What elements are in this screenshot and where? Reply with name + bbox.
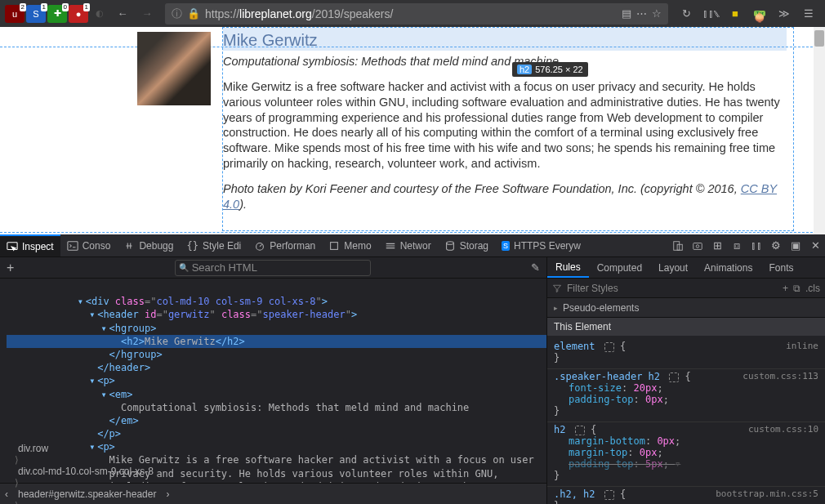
css-rule[interactable]: element {inline} [547, 339, 825, 369]
rulers-icon[interactable]: ⧈ [727, 236, 747, 256]
speaker-photo [137, 32, 211, 105]
rules-panel: RulesComputedLayoutAnimationsFonts Filte… [546, 257, 825, 504]
html-tree-line[interactable]: </em> [7, 414, 546, 427]
rules-tab-computed[interactable]: Computed [589, 257, 650, 278]
cls-toggle[interactable]: .cls [805, 283, 820, 294]
iframe-icon[interactable]: ⊞ [707, 236, 727, 256]
speaker-bio: Mike Gerwitz is a free software hacker a… [223, 79, 787, 172]
page-content: Mike Gerwitz Computational symbiosis: Me… [0, 27, 825, 234]
devtools-tabs: Inspect Conso Debugg {}Style Edi Perform… [0, 234, 825, 257]
ext5-icon[interactable]: ◐ [90, 5, 109, 23]
dock-icon[interactable]: ▣ [786, 236, 805, 256]
svg-point-8 [696, 244, 699, 248]
rules-tab-layout[interactable]: Layout [650, 257, 696, 278]
tab-storage[interactable]: Storag [438, 234, 495, 256]
tab-style-editor[interactable]: {}Style Edi [180, 234, 247, 256]
html-tree-line[interactable]: </header> [7, 361, 546, 374]
rules-list[interactable]: element {inline}.speaker-header h2 {cust… [547, 336, 825, 504]
svg-rect-5 [674, 241, 680, 250]
svg-rect-7 [693, 243, 702, 249]
copy-icon[interactable]: ⧉ [793, 283, 800, 294]
reader-icon[interactable]: ▤ [622, 7, 631, 20]
html-tree-line[interactable]: Computational symbiosis: Methods that me… [7, 401, 546, 414]
devtools: Inspect Conso Debugg {}Style Edi Perform… [0, 234, 825, 504]
address-bar[interactable]: ⓘ 🔒 https://libreplanet.org/2019/speaker… [165, 3, 668, 25]
tab-debugger[interactable]: Debugg [117, 234, 180, 256]
rules-tab-rules[interactable]: Rules [547, 257, 589, 278]
html-tree-line[interactable] [7, 282, 546, 295]
search-html-input[interactable]: Search HTML [175, 260, 371, 276]
element-hint-tooltip: h2 576.25 × 22 [512, 62, 588, 77]
tab-network[interactable]: Networ [378, 234, 438, 256]
add-rule-button[interactable]: + [783, 283, 788, 294]
pseudo-elements-toggle[interactable]: Pseudo-elements [547, 298, 825, 318]
tab-performance[interactable]: Performan [247, 234, 322, 256]
speaker-subtitle: Computational symbiosis: Methods that me… [223, 54, 787, 69]
html-tree-line[interactable]: ▾<p> [7, 374, 546, 387]
selector-highlighter-icon[interactable] [604, 490, 614, 500]
this-element-header: This Element [547, 318, 825, 336]
breadcrumb-item[interactable]: header#gerwitz.speaker-header [13, 488, 161, 500]
breadcrumb-item[interactable]: div.col-md-10.col-sm-9.col-xs-8 [13, 466, 161, 477]
tab-https-everywhere[interactable]: SHTTPS Everyw [495, 234, 587, 256]
html-tree-line[interactable]: ▾<em> [7, 388, 546, 401]
lock-icon: 🔒 [187, 7, 200, 20]
url-text: https://libreplanet.org/2019/speakers/ [205, 7, 617, 20]
filter-styles-input[interactable]: Filter Styles [567, 283, 618, 294]
ext3-icon[interactable]: ✚0 [47, 5, 67, 23]
devtools-close-icon[interactable]: ✕ [805, 236, 825, 256]
sidebar-yellow-icon[interactable]: ■ [724, 2, 747, 25]
tab-inspector[interactable]: Inspect [0, 234, 60, 256]
screenshot-icon[interactable] [688, 236, 707, 256]
css-rule[interactable]: .speaker-header h2 {custom.css:113font-s… [547, 369, 825, 422]
speaker-credit: Photo taken by Kori Feener and courtesy … [223, 181, 787, 212]
forward-button[interactable]: → [136, 2, 158, 25]
tab-memory[interactable]: Memo [322, 234, 377, 256]
browser-toolbar: u2 S1 ✚0 ●1 ◐ ← → ⓘ 🔒 https://libreplane… [0, 0, 825, 27]
more-icon[interactable]: ⋯ [636, 7, 647, 20]
rules-tab-animations[interactable]: Animations [696, 257, 760, 278]
add-element-button[interactable]: + [7, 261, 14, 275]
html-tree-line[interactable]: ▾<hgroup> [7, 322, 546, 335]
filter-icon[interactable]: ▿ [675, 458, 680, 470]
breadcrumb-prev[interactable]: ‹ [0, 484, 13, 504]
rules-tabs: RulesComputedLayoutAnimationsFonts [547, 257, 825, 279]
rules-tab-fonts[interactable]: Fonts [760, 257, 801, 278]
info-icon[interactable]: ⓘ [172, 7, 182, 21]
html-tree-line[interactable]: ▾<header id="gerwitz" class="speaker-hea… [7, 308, 546, 321]
breadcrumb-next[interactable]: › [161, 484, 174, 504]
ext4-icon[interactable]: ●1 [69, 5, 88, 23]
filter-styles-row: Filter Styles + ⧉ .cls [547, 279, 825, 298]
reload-button[interactable]: ↻ [675, 2, 698, 25]
tor-icon[interactable]: Tor🧅 [748, 2, 771, 25]
selector-highlighter-icon[interactable] [575, 426, 585, 435]
ublock-icon[interactable]: u2 [5, 5, 25, 23]
measure-icon[interactable]: ⫿⫿ [747, 236, 766, 256]
selector-highlighter-icon[interactable] [669, 372, 679, 382]
library-button[interactable]: ⫿⫿⑊ [699, 2, 722, 25]
back-button[interactable]: ← [111, 2, 134, 25]
overflow-icon[interactable]: ≫ [773, 2, 796, 25]
html-tree-line[interactable]: ▾<div class="col-md-10 col-sm-9 col-xs-8… [7, 295, 546, 308]
breadcrumb-item[interactable]: div.row [13, 443, 161, 454]
svg-rect-3 [331, 242, 338, 249]
speaker-photo-column [10, 27, 222, 231]
settings-icon[interactable]: ⚙ [766, 236, 786, 256]
selector-highlighter-icon[interactable] [604, 342, 614, 352]
menu-button[interactable]: ☰ [797, 2, 820, 25]
html-tree-line[interactable]: </p> [7, 427, 546, 440]
bookmark-icon[interactable]: ☆ [652, 7, 662, 20]
speaker-content: Mike Gerwitz Computational symbiosis: Me… [222, 27, 794, 231]
tab-console[interactable]: Conso [60, 234, 118, 256]
inspector-panel: + Search HTML ✎ ▾<div class="col-md-10 c… [0, 257, 546, 504]
noscript-icon[interactable]: S1 [26, 5, 46, 23]
css-rule[interactable]: .h2, h2 {bootstrap.min.css:5} [547, 487, 825, 504]
html-tree-line[interactable]: <h2>Mike Gerwitz</h2> [7, 335, 546, 348]
eyedropper-icon[interactable]: ✎ [531, 261, 540, 274]
html-tree-line[interactable]: </hgroup> [7, 348, 546, 361]
speaker-name-heading: Mike Gerwitz [223, 28, 787, 51]
responsive-mode-icon[interactable] [668, 236, 688, 256]
page-scrollbar[interactable] [814, 27, 825, 234]
breadcrumb-bar: ‹ div.row⟩div.col-md-10.col-sm-9.col-xs-… [0, 483, 546, 504]
css-rule[interactable]: h2 {custom.css:10margin-bottom: 0px;marg… [547, 422, 825, 487]
